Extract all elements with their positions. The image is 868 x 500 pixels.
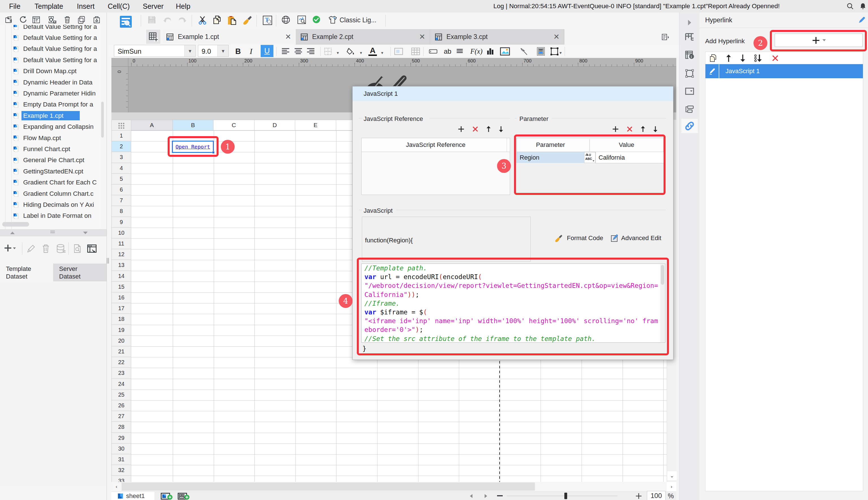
- web-attributes-icon[interactable]: [281, 15, 291, 25]
- tree-item-14[interactable]: GettingStartedEN.cpt: [0, 166, 101, 177]
- parameter-table[interactable]: Parameter Value Region U ABC California: [516, 138, 664, 163]
- font-size-caret[interactable]: ▾: [218, 45, 229, 57]
- font-color-button[interactable]: A: [367, 47, 378, 56]
- row-header-18[interactable]: 18: [111, 314, 131, 325]
- fill-handle[interactable]: [212, 151, 215, 154]
- new-template-tab-button[interactable]: [146, 30, 160, 44]
- column-header-B[interactable]: B: [173, 120, 213, 130]
- move-up-icon[interactable]: [726, 54, 732, 62]
- validate-icon[interactable]: [312, 15, 321, 24]
- tab-list-icon[interactable]: [661, 33, 669, 41]
- param-type-cell[interactable]: U ABC: [584, 152, 596, 163]
- row-header-23[interactable]: 23: [111, 368, 131, 378]
- row-header-2[interactable]: 2: [111, 141, 131, 152]
- rectangle-shape-icon[interactable]: [550, 47, 559, 56]
- edit-dataset-icon[interactable]: [26, 243, 36, 254]
- js-ref-delete-icon[interactable]: [472, 126, 479, 133]
- tab-example-1[interactable]: Example 1.cpt ✕: [162, 29, 296, 45]
- row-header-17[interactable]: 17: [111, 303, 131, 314]
- param-name-cell[interactable]: Region: [517, 152, 584, 163]
- row-header-28[interactable]: 28: [111, 422, 131, 432]
- formula-button[interactable]: F(x): [470, 47, 483, 56]
- row-header-1[interactable]: 1: [111, 130, 131, 141]
- new-folder-icon[interactable]: [4, 15, 13, 24]
- row-header-13[interactable]: 13: [111, 260, 131, 271]
- item-pencil-cell[interactable]: [705, 64, 719, 78]
- row-header-32[interactable]: 32: [111, 465, 131, 476]
- add-dataset-icon[interactable]: [4, 243, 16, 254]
- row-header-14[interactable]: 14: [111, 271, 131, 282]
- cell-b2-selection[interactable]: Open Report: [172, 141, 214, 153]
- tab-close-icon[interactable]: ✕: [419, 33, 425, 41]
- row-header-8[interactable]: 8: [111, 206, 131, 217]
- tab-server-dataset[interactable]: Server Dataset: [53, 263, 107, 281]
- param-value-cell[interactable]: California: [596, 152, 664, 163]
- row-header-29[interactable]: 29: [111, 433, 131, 443]
- panel-splitter-handle[interactable]: [107, 258, 109, 263]
- cell-b2-text[interactable]: Open Report: [173, 141, 213, 152]
- js-ref-add-icon[interactable]: [458, 126, 465, 133]
- scroll-right-icon[interactable]: ›: [667, 482, 676, 491]
- param-down-icon[interactable]: [653, 126, 658, 133]
- format-code-button[interactable]: Format Code: [567, 235, 603, 242]
- row-header-6[interactable]: 6: [111, 184, 131, 195]
- row-header-24[interactable]: 24: [111, 379, 131, 389]
- align-left-icon[interactable]: [281, 47, 290, 56]
- align-right-icon[interactable]: [306, 47, 315, 56]
- tree-item-10[interactable]: Expanding and Collapsin: [0, 122, 101, 133]
- delete-dataset-icon[interactable]: [41, 243, 51, 254]
- code-scrollbar[interactable]: [660, 264, 665, 342]
- param-delete-icon[interactable]: [626, 126, 633, 133]
- column-header-E[interactable]: E: [295, 120, 336, 130]
- column-header-D[interactable]: D: [255, 120, 295, 130]
- zoom-slider-thumb[interactable]: [564, 493, 567, 499]
- menu-template[interactable]: Template: [34, 0, 63, 12]
- tab-example-2[interactable]: Example 2.cpt ✕: [296, 29, 430, 45]
- menu-server[interactable]: Server: [143, 0, 164, 12]
- settings-doc-icon[interactable]: [47, 15, 57, 24]
- font-family-caret[interactable]: ▾: [184, 45, 196, 57]
- collapse-down-icon[interactable]: [83, 232, 88, 234]
- tree-item-6[interactable]: Dynamic Header in Data: [0, 77, 101, 88]
- dialog-title-bar[interactable]: JavaScript 1: [353, 87, 673, 101]
- delete-icon[interactable]: [63, 15, 72, 24]
- find-replace-icon[interactable]: T: [262, 15, 273, 26]
- redo-icon[interactable]: [177, 15, 188, 25]
- row-header-31[interactable]: 31: [111, 454, 131, 465]
- copy-icon[interactable]: [212, 15, 222, 26]
- row-header-15[interactable]: 15: [111, 282, 131, 292]
- tree-item-11[interactable]: Flow Map.cpt: [0, 133, 101, 144]
- tree-item-16[interactable]: Gradient Column Chart.c: [0, 188, 101, 199]
- tab-close-icon[interactable]: ✕: [553, 33, 559, 41]
- tree-item-17[interactable]: Hiding Decimals on Y Axi: [0, 199, 101, 210]
- scroll-down-icon[interactable]: ⌄: [667, 471, 677, 480]
- underline-button[interactable]: U: [261, 45, 274, 57]
- menu-file[interactable]: File: [9, 0, 20, 12]
- style-name-label[interactable]: Classic Lig...: [340, 16, 376, 24]
- tree-item-1[interactable]: Default Value Setting for a: [0, 25, 101, 32]
- add-dashboard-sheet-icon[interactable]: [178, 493, 190, 500]
- text-widget-icon[interactable]: [429, 47, 438, 56]
- hscroll-thumb[interactable]: [122, 482, 535, 491]
- float-element-icon[interactable]: [685, 69, 694, 78]
- align-center-icon[interactable]: [293, 47, 303, 56]
- row-header-11[interactable]: 11: [111, 238, 131, 249]
- add-hyperlink-button[interactable]: [775, 34, 863, 47]
- ab-widget-button[interactable]: ab: [442, 47, 453, 56]
- paste-icon[interactable]: [227, 15, 237, 26]
- row-header-16[interactable]: 16: [111, 292, 131, 303]
- rich-text-icon[interactable]: [456, 47, 464, 56]
- tree-hscroll-thumb[interactable]: [2, 222, 29, 227]
- tree-item-3[interactable]: Default Value Setting for a: [0, 44, 101, 55]
- row-header-3[interactable]: 3: [111, 152, 131, 163]
- tree-item-12[interactable]: Funnel Chart.cpt: [0, 144, 101, 155]
- row-header-20[interactable]: 20: [111, 336, 131, 346]
- menu-help[interactable]: Help: [176, 0, 190, 12]
- zoom-out-icon[interactable]: [497, 495, 503, 496]
- italic-button[interactable]: I: [245, 47, 257, 56]
- tree-item-13[interactable]: General Pie Chart.cpt: [0, 155, 101, 166]
- merge-cell-icon[interactable]: [393, 47, 404, 56]
- tree-item-4[interactable]: Default Value Setting for a: [0, 55, 101, 66]
- horizontal-scrollbar[interactable]: ‹ ›: [111, 482, 676, 491]
- collapse-panel-icon[interactable]: [688, 20, 691, 25]
